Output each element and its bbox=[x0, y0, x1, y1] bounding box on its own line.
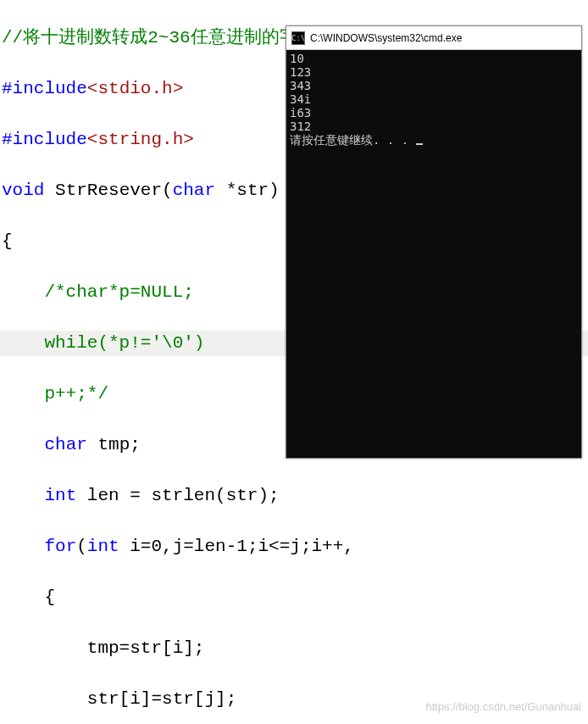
cmd-output[interactable]: 10 123 343 34i i63 312 请按任意键继续. . . bbox=[286, 50, 581, 458]
type-keyword: int bbox=[87, 537, 119, 556]
cmd-title-text: C:\WINDOWS\system32\cmd.exe bbox=[310, 25, 462, 51]
for-keyword: for bbox=[44, 537, 76, 556]
cmd-line: 10 bbox=[290, 52, 304, 65]
brace: { bbox=[2, 231, 13, 251]
code-text: i=0,j=len-1;i<=j;i++, bbox=[119, 537, 354, 556]
code-text: tmp=str[i]; bbox=[2, 638, 204, 658]
var-decl: len = strlen(str); bbox=[76, 486, 279, 505]
include-keyword: #include bbox=[2, 79, 87, 98]
type-keyword: void bbox=[2, 181, 44, 200]
cmd-line: 343 bbox=[290, 79, 311, 92]
cmd-window[interactable]: C:\ C:\WINDOWS\system32\cmd.exe 10 123 3… bbox=[286, 25, 582, 459]
indent bbox=[2, 486, 44, 505]
include-keyword: #include bbox=[2, 130, 87, 149]
var-decl: tmp; bbox=[87, 435, 141, 454]
code-text: str[i]=str[j]; bbox=[2, 689, 236, 709]
type-keyword: char bbox=[173, 181, 215, 200]
func-decl: *str) bbox=[215, 181, 280, 200]
brace: { bbox=[2, 588, 55, 607]
cmd-titlebar[interactable]: C:\ C:\WINDOWS\system32\cmd.exe bbox=[286, 26, 581, 50]
cmd-line: i63 bbox=[290, 106, 311, 120]
comment: //将十进制数转成2~36任意进制的字符串 bbox=[2, 28, 333, 47]
include-header: <string.h> bbox=[87, 130, 194, 149]
comment: /*char*p=NULL; bbox=[2, 282, 194, 302]
cmd-icon: C:\ bbox=[291, 31, 305, 45]
code-text: ( bbox=[76, 537, 87, 556]
cmd-line: 312 bbox=[290, 120, 311, 133]
indent bbox=[2, 537, 44, 556]
watermark: https://blog.csdn.net/Gunanhuai bbox=[425, 694, 581, 720]
cursor-icon bbox=[416, 143, 423, 145]
comment: p++;*/ bbox=[2, 384, 108, 404]
comment: while(*p!='\0') bbox=[2, 333, 204, 353]
cmd-line: 34i bbox=[290, 92, 311, 106]
indent bbox=[2, 435, 44, 454]
type-keyword: char bbox=[44, 435, 86, 454]
type-keyword: int bbox=[44, 486, 76, 505]
cmd-line: 123 bbox=[290, 65, 311, 79]
cmd-prompt: 请按任意键继续. . . bbox=[290, 133, 416, 147]
func-decl: StrResever( bbox=[44, 181, 172, 200]
include-header: <stdio.h> bbox=[87, 79, 183, 98]
